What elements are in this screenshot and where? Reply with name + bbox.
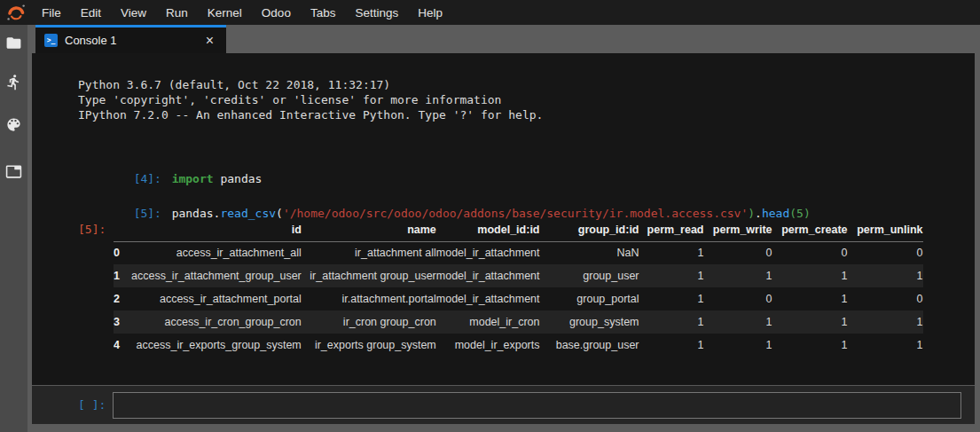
console-input[interactable] (113, 392, 961, 419)
table-cell: 1 (772, 287, 848, 310)
menu-edit[interactable]: Edit (71, 0, 111, 25)
table-cell: 0 (704, 241, 772, 264)
console-history: Python 3.6.7 (default, Oct 22 2018, 11:3… (32, 53, 975, 385)
menu-run[interactable]: Run (156, 0, 198, 25)
odoo-spinner-icon (5, 2, 27, 23)
column-header: model_id:id (436, 218, 540, 241)
table-row: 0access_ir_attachment_allir_attachment a… (114, 241, 923, 264)
table-cell: ir_attachment all (302, 241, 436, 264)
output-cell-5: [5]: idnamemodel_id:idgroup_id:idperm_re… (78, 218, 923, 357)
column-header: perm_create (772, 218, 848, 241)
table-cell: 1 (772, 334, 848, 357)
row-index: 4 (114, 334, 131, 357)
menu-settings[interactable]: Settings (345, 0, 408, 25)
table-cell: ir_exports group_system (302, 334, 436, 357)
menu-file[interactable]: File (32, 0, 71, 25)
menu-kernel[interactable]: Kernel (198, 0, 252, 25)
tab-title: Console 1 (65, 34, 117, 47)
column-header: perm_read (639, 218, 704, 241)
column-header: group_id:id (540, 218, 639, 241)
row-index: 0 (114, 241, 131, 264)
table-cell: access_ir_attachment_portal (131, 287, 302, 310)
console-icon: >_ (44, 34, 58, 47)
menu-odoo[interactable]: Odoo (252, 0, 301, 25)
menu-help[interactable]: Help (408, 0, 452, 25)
row-index: 1 (114, 264, 131, 287)
table-cell: access_ir_exports_group_system (131, 334, 302, 357)
column-header: perm_write (704, 218, 772, 241)
code-line: import pandas (172, 172, 263, 185)
menu-view[interactable]: View (111, 0, 156, 25)
table-cell: 1 (848, 264, 923, 287)
table-cell: 1 (848, 310, 923, 334)
folder-icon[interactable] (3, 32, 25, 54)
row-index: 2 (114, 287, 131, 310)
table-cell: group_system (540, 310, 639, 334)
table-cell: 1 (772, 310, 848, 334)
palette-icon[interactable] (3, 114, 25, 136)
console-panel: Python 3.6.7 (default, Oct 22 2018, 11:3… (32, 53, 975, 424)
running-man-icon[interactable] (3, 71, 25, 93)
output-prompt: [5]: (78, 218, 114, 236)
input-prompt: [4]: (134, 172, 172, 185)
table-cell: 1 (848, 334, 923, 357)
table-cell: model_ir_attachment (436, 264, 540, 287)
table-cell: 1 (639, 241, 704, 264)
table-cell: 0 (848, 241, 923, 264)
tab-console-1[interactable]: >_ Console 1 × (35, 25, 226, 53)
column-header: perm_unlink (848, 218, 923, 241)
table-cell: 0 (772, 241, 848, 264)
table-cell: ir_cron group_cron (302, 310, 436, 334)
table-row: 3access_ir_cron_group_cronir_cron group_… (114, 310, 923, 334)
console-input-area: [ ]: (32, 385, 975, 424)
table-cell: 1 (639, 334, 704, 357)
index-corner (114, 218, 131, 241)
table-cell: 0 (848, 287, 923, 310)
table-row: 4access_ir_exports_group_systemir_export… (114, 334, 923, 357)
table-row: 1access_ir_attachment_group_userir_attac… (114, 264, 923, 287)
table-cell: access_ir_cron_group_cron (131, 310, 302, 334)
code-token: import (172, 172, 214, 185)
table-cell: 1 (639, 310, 704, 334)
table-cell: group_portal (540, 287, 639, 310)
menu-bar: FileEditViewRunKernelOdooTabsSettingsHel… (0, 0, 980, 25)
menu-tabs[interactable]: Tabs (301, 0, 346, 25)
row-index: 3 (114, 310, 131, 334)
table-cell: 1 (704, 334, 772, 357)
menu-items: FileEditViewRunKernelOdooTabsSettingsHel… (32, 0, 452, 25)
dataframe-output-table: idnamemodel_id:idgroup_id:idperm_readper… (114, 218, 923, 357)
close-icon[interactable]: × (202, 33, 217, 49)
table-cell: base.group_user (540, 334, 639, 357)
table-cell: model_ir_attachment (436, 241, 540, 264)
tab-icon[interactable] (3, 161, 25, 183)
table-cell: access_ir_attachment_all (131, 241, 302, 264)
column-header: id (131, 218, 302, 241)
jupyterlab-window: FileEditViewRunKernelOdooTabsSettingsHel… (0, 0, 980, 432)
table-cell: model_ir_exports (436, 334, 540, 357)
table-cell: 1 (704, 310, 772, 334)
column-header: name (302, 218, 436, 241)
empty-input-prompt: [ ]: (78, 398, 113, 412)
table-cell: model_ir_attachment (436, 287, 540, 310)
table-cell: 1 (639, 264, 704, 287)
table-row: 2access_ir_attachment_portalir.attachmen… (114, 287, 923, 310)
code-token: pandas (214, 172, 263, 185)
python-banner: Python 3.6.7 (default, Oct 22 2018, 11:3… (78, 77, 543, 122)
table-cell: 0 (704, 287, 772, 310)
table-cell: NaN (540, 241, 639, 264)
left-sidebar (0, 25, 27, 432)
table-cell: ir.attachment.portal (302, 287, 436, 310)
table-cell: access_ir_attachment_group_user (131, 264, 302, 287)
table-cell: ir_attachment group_user (302, 264, 436, 287)
table-cell: 1 (639, 287, 704, 310)
dataframe-header-row: idnamemodel_id:idgroup_id:idperm_readper… (114, 218, 923, 241)
table-cell: 1 (772, 264, 848, 287)
table-cell: group_user (540, 264, 639, 287)
odoo-logo[interactable] (0, 0, 32, 25)
table-cell: model_ir_cron (436, 310, 540, 334)
table-cell: 1 (704, 264, 772, 287)
